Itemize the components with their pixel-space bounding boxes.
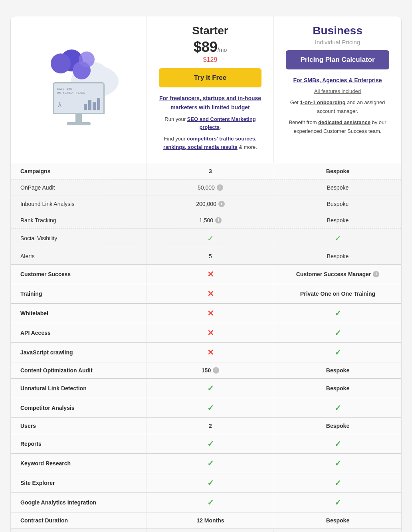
check-icon: ✓: [335, 439, 341, 449]
starter-value-8: ✕: [147, 303, 274, 323]
starter-value-10: ✕: [147, 342, 274, 362]
business-desc-line2-pre: Benefit from: [289, 119, 318, 125]
business-value-12: Bespoke: [274, 378, 401, 398]
check-icon: ✓: [335, 403, 341, 413]
check-icon: ✓: [207, 459, 214, 468]
business-value-11: Bespoke: [274, 362, 401, 378]
starter-desc-p1-pre: Run your: [164, 116, 187, 122]
starter-value-7: ✕: [147, 284, 274, 303]
starter-original-price: $129: [159, 56, 261, 63]
starter-seo-link[interactable]: SEO and Content Marketing projects: [187, 116, 256, 131]
business-header: Business Individual Pricing Pricing Plan…: [274, 16, 401, 163]
business-value-4: ✓: [274, 228, 401, 248]
business-value-0: Bespoke: [274, 163, 401, 179]
bar-3: [93, 102, 96, 110]
starter-try-free-button[interactable]: Try it Free: [159, 68, 261, 87]
hero-illustration: Save 30%on yearly plans λ: [39, 49, 119, 129]
starter-value-12: ✓: [147, 378, 274, 398]
business-value-17: ✓: [274, 473, 401, 492]
feature-label-17: Site Explorer: [11, 473, 147, 492]
feature-label-15: Reports: [11, 434, 147, 453]
feature-label-14: Users: [11, 417, 147, 434]
footer-mid: Try it Free: [147, 528, 274, 532]
check-icon: ✓: [335, 233, 341, 243]
feature-label-12: Unnatural Link Detection: [11, 378, 147, 398]
feature-label-8: Whitelabel: [11, 303, 147, 323]
starter-value-13: ✓: [147, 398, 274, 417]
footer-left: [11, 528, 147, 532]
monitor: Save 30%on yearly plans λ: [47, 82, 111, 125]
business-value-8: ✓: [274, 303, 401, 323]
business-value-19: Bespoke: [274, 512, 401, 528]
feature-label-11: Content Optimization Audit: [11, 362, 147, 378]
screen-bars: [84, 98, 100, 110]
starter-value-1: 50,000i: [147, 179, 274, 196]
starter-price-block: $89/mo $129: [159, 39, 261, 63]
business-value-18: ✓: [274, 492, 401, 512]
starter-description: For freelancers, startups and in-house m…: [159, 94, 261, 152]
check-icon: ✓: [207, 498, 214, 507]
check-icon: ✓: [335, 498, 341, 507]
business-subtitle: Individual Pricing: [286, 39, 389, 45]
business-desc-line1-pre: Get: [290, 99, 300, 105]
check-icon: ✓: [207, 384, 214, 393]
starter-value-0: 3: [147, 163, 274, 179]
business-dedicated: dedicated assistance: [318, 119, 370, 125]
feature-label-10: JavaScript crawling: [11, 342, 147, 362]
info-icon[interactable]: i: [213, 367, 219, 374]
feature-label-6: Customer Success: [11, 264, 147, 284]
feature-label-5: Alerts: [11, 248, 147, 264]
feature-label-19: Contract Duration: [11, 512, 147, 528]
feature-label-3: Rank Tracking: [11, 212, 147, 228]
starter-value-2: 200,000i: [147, 196, 274, 212]
feature-label-16: Keyword Research: [11, 453, 147, 473]
check-icon: ✓: [207, 233, 214, 243]
monitor-screen: Save 30%on yearly plans λ: [53, 82, 105, 114]
business-value-1: Bespoke: [274, 179, 401, 196]
starter-value-5: 5: [147, 248, 274, 264]
business-description: For SMBs, Agencies & Enterprise All feat…: [286, 76, 389, 136]
business-value-9: ✓: [274, 323, 401, 342]
feature-label-18: Google Analytics Integration: [11, 492, 147, 512]
check-icon: ✓: [335, 309, 341, 318]
feature-label-0: Campaigns: [11, 163, 147, 179]
feature-label-9: API Access: [11, 323, 147, 342]
business-desc-title: For SMBs, Agencies & Enterprise: [286, 76, 389, 85]
starter-desc-p2-pre: Find your: [164, 136, 187, 142]
bar-4: [97, 98, 100, 110]
business-value-3: Bespoke: [274, 212, 401, 228]
starter-desc-p2-post: & more.: [238, 144, 257, 150]
cross-icon: ✕: [207, 269, 214, 279]
check-icon: ✓: [207, 439, 214, 449]
bar-1: [84, 104, 87, 110]
starter-value-18: ✓: [147, 492, 274, 512]
business-value-6: Customer Success Manageri: [274, 264, 401, 284]
starter-value-19: 12 Months: [147, 512, 274, 528]
cross-icon: ✕: [207, 328, 214, 338]
info-icon[interactable]: i: [217, 184, 223, 191]
check-icon: ✓: [335, 459, 341, 468]
check-icon: ✓: [207, 478, 214, 488]
feature-label-13: Competitor Analysis: [11, 398, 147, 417]
starter-price: $89: [194, 39, 218, 55]
check-icon: ✓: [335, 348, 341, 357]
check-icon: ✓: [335, 328, 341, 338]
cross-icon: ✕: [207, 309, 214, 318]
pricing-table: Save 30%on yearly plans λ: [10, 16, 402, 532]
info-icon[interactable]: i: [215, 217, 222, 223]
starter-value-6: ✕: [147, 264, 274, 284]
pricing-grid: Save 30%on yearly plans λ: [11, 16, 401, 532]
business-value-5: Bespoke: [274, 248, 401, 264]
business-pricing-calc-button[interactable]: Pricing Plan Calculator: [286, 50, 389, 69]
business-value-16: ✓: [274, 453, 401, 473]
starter-value-17: ✓: [147, 473, 274, 492]
starter-value-16: ✓: [147, 453, 274, 473]
info-icon[interactable]: i: [218, 201, 225, 207]
illustration-cell: Save 30%on yearly plans λ: [11, 16, 147, 163]
starter-per-mo: /mo: [218, 47, 227, 53]
check-icon: ✓: [335, 478, 341, 488]
starter-value-14: 2: [147, 417, 274, 434]
info-icon[interactable]: i: [373, 271, 379, 277]
business-value-14: Bespoke: [274, 417, 401, 434]
starter-header: Starter $89/mo $129 Try it Free For free…: [147, 16, 274, 163]
